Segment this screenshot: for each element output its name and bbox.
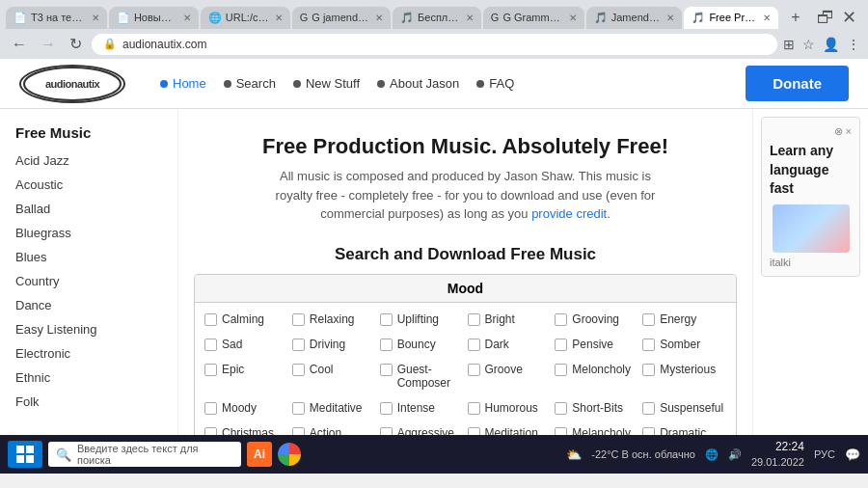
browser-tab[interactable]: 🌐URL:/can-...✕ [201, 7, 290, 29]
ad-close-button[interactable]: ⊗ × [770, 125, 852, 138]
sidebar-item[interactable]: Folk [0, 390, 177, 414]
mood-checkbox[interactable] [380, 427, 393, 436]
mood-checkbox[interactable] [468, 427, 480, 436]
profile-button[interactable]: 👤 [823, 37, 839, 52]
restore-button[interactable]: 🗗 [817, 8, 834, 28]
mood-checkbox[interactable] [204, 339, 217, 351]
mood-checkbox[interactable] [642, 339, 655, 351]
taskbar-chrome-icon[interactable] [278, 443, 301, 466]
ad-sub: italki [770, 257, 852, 268]
sidebar-item[interactable]: Easy Listening [0, 317, 177, 341]
ad-headline: Learn any language fast [770, 142, 852, 199]
sidebar-item[interactable]: Ballad [0, 197, 177, 221]
browser-tab[interactable]: 🎵Jamendo M...✕ [586, 7, 683, 29]
notification-icon[interactable]: 💬 [845, 447, 860, 462]
browser-tab[interactable]: 📄Т3 на тексто...✕ [6, 7, 107, 29]
mood-grid: CalmingRelaxingUpliftingBrightGroovingEn… [195, 303, 736, 436]
browser-tab[interactable]: 🎵Бесплатн...✕ [393, 7, 481, 29]
language-indicator: РУС [814, 448, 835, 460]
mood-checkbox[interactable] [642, 427, 655, 436]
tab-close-icon[interactable]: ✕ [763, 13, 771, 23]
menu-button[interactable]: ⋮ [847, 37, 860, 52]
browser-tab[interactable]: GG Grammarly ...✕ [483, 7, 584, 29]
close-window-button[interactable]: ✕ [842, 7, 856, 28]
mood-label: Driving [310, 338, 345, 351]
start-button[interactable] [8, 441, 42, 468]
mood-checkbox[interactable] [204, 427, 217, 436]
tab-close-icon[interactable]: ✕ [666, 13, 674, 23]
tab-close-icon[interactable]: ✕ [466, 13, 474, 23]
mood-checkbox[interactable] [204, 402, 217, 415]
tab-close-icon[interactable]: ✕ [275, 13, 283, 23]
forward-button[interactable]: → [37, 34, 60, 55]
logo[interactable]: audionautix [19, 65, 125, 103]
toolbar-icons: ⊞ ☆ 👤 ⋮ [783, 37, 860, 52]
browser-tab[interactable]: GG jamendo m...✕ [292, 7, 391, 29]
mood-item: Groove [466, 359, 554, 393]
mood-checkbox[interactable] [292, 313, 305, 326]
mood-item: Bright [466, 309, 554, 330]
logo-text: audionautix [19, 65, 125, 103]
mood-checkbox[interactable] [468, 313, 480, 326]
taskbar-search[interactable]: 🔍 Введите здесь текст для поиска [48, 442, 241, 467]
sidebar-item[interactable]: Acid Jazz [0, 149, 177, 173]
url-text: audionautix.com [122, 38, 206, 51]
provide-credit-link[interactable]: provide credit [531, 206, 607, 221]
date-text: 29.01.2022 [751, 455, 804, 470]
sidebar-item[interactable]: Blues [0, 245, 177, 269]
mood-checkbox[interactable] [204, 364, 217, 376]
mood-checkbox[interactable] [555, 339, 567, 351]
mood-checkbox[interactable] [468, 364, 480, 376]
mood-label: Relaxing [310, 312, 355, 326]
address-bar[interactable]: 🔒 audionautix.com [92, 34, 777, 55]
mood-checkbox[interactable] [555, 364, 567, 376]
mood-checkbox[interactable] [642, 402, 655, 415]
sidebar-item[interactable]: Electronic [0, 341, 177, 366]
mood-checkbox[interactable] [292, 427, 305, 436]
sidebar-item[interactable]: Bluegrass [0, 221, 177, 245]
mood-checkbox[interactable] [468, 402, 480, 415]
nav-about[interactable]: About Jason [377, 76, 459, 91]
taskbar-right: ⛅ -22°C В осн. облачно 🌐 🔊 22:24 29.01.2… [566, 439, 860, 470]
reload-button[interactable]: ↻ [66, 33, 86, 55]
sidebar-items: Acid JazzAcousticBalladBluegrassBluesCou… [0, 149, 177, 414]
back-button[interactable]: ← [8, 34, 31, 55]
nav-new-stuff[interactable]: New Stuff [293, 76, 360, 91]
mood-checkbox[interactable] [204, 313, 217, 326]
extensions-button[interactable]: ⊞ [783, 37, 795, 52]
mood-checkbox[interactable] [555, 313, 567, 326]
mood-checkbox[interactable] [380, 339, 393, 351]
nav-search[interactable]: Search [224, 76, 276, 91]
mood-item: Grooving [553, 309, 640, 330]
nav-home[interactable]: Home [160, 76, 206, 91]
tab-close-icon[interactable]: ✕ [569, 13, 577, 23]
mood-checkbox[interactable] [380, 364, 393, 376]
mood-label: Meditative [310, 401, 363, 415]
tab-close-icon[interactable]: ✕ [183, 13, 191, 23]
sidebar-item[interactable]: Dance [0, 293, 177, 317]
mood-checkbox[interactable] [292, 364, 305, 376]
mood-checkbox[interactable] [292, 339, 305, 351]
mood-item: Meditation [466, 422, 554, 436]
star-button[interactable]: ☆ [802, 37, 815, 52]
sidebar-item[interactable]: Ethnic [0, 366, 177, 390]
browser-tab[interactable]: 📄Новый до...✕ [109, 7, 199, 29]
ad-area: ⊗ × Learn any language fast italki [752, 109, 868, 435]
mood-checkbox[interactable] [555, 427, 567, 436]
mood-checkbox[interactable] [292, 402, 305, 415]
donate-button[interactable]: Donate [746, 66, 849, 101]
mood-checkbox[interactable] [468, 339, 480, 351]
sidebar-item[interactable]: Country [0, 269, 177, 293]
new-tab-button[interactable]: + [784, 6, 807, 29]
taskbar-illustrator-icon[interactable]: Ai [247, 442, 272, 467]
mood-checkbox[interactable] [642, 313, 655, 326]
mood-checkbox[interactable] [380, 313, 393, 326]
mood-checkbox[interactable] [380, 402, 393, 415]
mood-checkbox[interactable] [642, 364, 655, 376]
sidebar-item[interactable]: Acoustic [0, 173, 177, 197]
tab-close-icon[interactable]: ✕ [92, 13, 99, 23]
browser-tab[interactable]: 🎵Free Produ...✕ [684, 7, 778, 29]
nav-faq[interactable]: FAQ [476, 76, 514, 91]
tab-close-icon[interactable]: ✕ [375, 13, 383, 23]
mood-checkbox[interactable] [555, 402, 567, 415]
